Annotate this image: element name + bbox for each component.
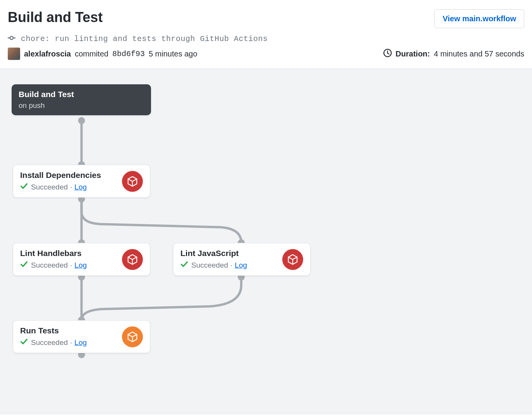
node-title: Lint JavaScript <box>180 249 278 258</box>
check-icon <box>20 260 28 270</box>
node-title: Lint Handlebars <box>20 249 117 258</box>
view-workflow-button[interactable]: View main.workflow <box>434 9 524 28</box>
commit-message: chore: run linting and tests through Git… <box>21 34 268 43</box>
entry-trigger: on push <box>19 101 144 110</box>
node-title: Run Tests <box>20 326 117 335</box>
node-status: Succeeded <box>31 338 68 347</box>
commit-icon <box>8 34 15 44</box>
commit-time: 5 minutes ago <box>149 50 197 58</box>
package-icon <box>122 249 143 270</box>
page-title: Build and Test <box>8 9 103 26</box>
svg-point-0 <box>10 36 13 39</box>
clock-icon <box>383 49 392 59</box>
commit-sha[interactable]: 8bd6f93 <box>112 50 145 58</box>
commit-action-word: commited <box>75 50 108 58</box>
duration-label: Duration: <box>396 50 430 58</box>
node-status: Succeeded <box>191 261 228 270</box>
node-status: Succeeded <box>31 183 68 191</box>
node-log-link[interactable]: Log <box>74 338 87 347</box>
duration-value: 4 minutes and 57 seconds <box>434 50 525 58</box>
package-icon <box>282 249 303 270</box>
check-icon <box>20 182 28 192</box>
workflow-node-lint-javascript[interactable]: Lint JavaScript Succeeded · Log <box>173 243 311 276</box>
node-status: Succeeded <box>31 261 68 270</box>
node-log-link[interactable]: Log <box>74 183 87 191</box>
avatar[interactable] <box>8 48 20 60</box>
node-title: Install Dependencies <box>20 171 117 180</box>
workflow-node-run-tests[interactable]: Run Tests Succeeded · Log <box>13 320 150 353</box>
node-log-link[interactable]: Log <box>74 261 87 270</box>
workflow-entry-node[interactable]: Build and Test on push <box>12 84 151 115</box>
workflow-canvas: Build and Test on push Install Dependenc… <box>0 68 532 415</box>
entry-title: Build and Test <box>19 90 144 99</box>
node-log-link[interactable]: Log <box>235 261 247 270</box>
commit-author[interactable]: alexlafroscia <box>24 50 71 58</box>
package-icon <box>122 171 143 192</box>
check-icon <box>180 260 188 270</box>
workflow-node-install[interactable]: Install Dependencies Succeeded · Log <box>13 165 150 198</box>
check-icon <box>20 338 28 347</box>
workflow-node-lint-handlebars[interactable]: Lint Handlebars Succeeded · Log <box>13 243 150 276</box>
svg-point-7 <box>78 117 85 124</box>
package-icon <box>122 326 143 347</box>
